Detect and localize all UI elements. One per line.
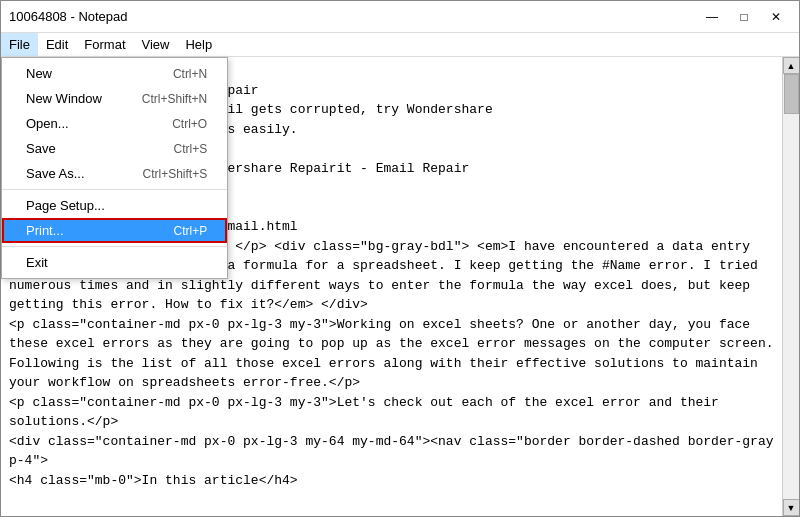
file-dropdown-overlay: New Ctrl+N New Window Ctrl+Shift+N Open.… <box>1 57 228 279</box>
menu-item-save[interactable]: Save Ctrl+S <box>2 136 227 161</box>
menu-item-page-setup[interactable]: Page Setup... <box>2 193 227 218</box>
file-dropdown: New Ctrl+N New Window Ctrl+Shift+N Open.… <box>1 57 228 279</box>
window-title: 10064808 - Notepad <box>9 9 128 24</box>
scrollbar-down-button[interactable]: ▼ <box>783 499 800 516</box>
minimize-button[interactable]: — <box>697 7 727 27</box>
maximize-button[interactable]: □ <box>729 7 759 27</box>
menu-item-save-as-shortcut: Ctrl+Shift+S <box>143 167 208 181</box>
menu-item-new-window-label: New Window <box>26 91 102 106</box>
menu-help[interactable]: Help <box>177 33 220 56</box>
menu-item-new-window-shortcut: Ctrl+Shift+N <box>142 92 207 106</box>
menu-item-new-label: New <box>26 66 52 81</box>
scrollbar: ▲ ▼ <box>782 57 799 516</box>
menu-item-save-shortcut: Ctrl+S <box>174 142 208 156</box>
menu-item-save-as[interactable]: Save As... Ctrl+Shift+S <box>2 161 227 186</box>
scrollbar-up-button[interactable]: ▲ <box>783 57 800 74</box>
menu-item-exit-label: Exit <box>26 255 48 270</box>
window-controls: — □ ✕ <box>697 7 791 27</box>
menu-item-new-shortcut: Ctrl+N <box>173 67 207 81</box>
close-button[interactable]: ✕ <box>761 7 791 27</box>
menu-item-page-setup-label: Page Setup... <box>26 198 105 213</box>
scrollbar-track[interactable] <box>783 74 799 499</box>
separator-1 <box>2 189 227 190</box>
scrollbar-thumb[interactable] <box>784 74 799 114</box>
title-bar: 10064808 - Notepad — □ ✕ <box>1 1 799 33</box>
menu-file[interactable]: File <box>1 33 38 56</box>
menu-item-open[interactable]: Open... Ctrl+O <box>2 111 227 136</box>
menu-format[interactable]: Format <box>76 33 133 56</box>
menu-item-open-shortcut: Ctrl+O <box>172 117 207 131</box>
menu-bar: File Edit Format View Help New Ctrl+N Ne… <box>1 33 799 57</box>
menu-item-new-window[interactable]: New Window Ctrl+Shift+N <box>2 86 227 111</box>
menu-item-print[interactable]: Print... Ctrl+P <box>2 218 227 243</box>
menu-item-open-label: Open... <box>26 116 69 131</box>
menu-item-print-shortcut: Ctrl+P <box>174 224 208 238</box>
menu-item-exit[interactable]: Exit <box>2 250 227 275</box>
menu-view[interactable]: View <box>134 33 178 56</box>
menu-edit[interactable]: Edit <box>38 33 76 56</box>
menu-item-new[interactable]: New Ctrl+N <box>2 61 227 86</box>
separator-2 <box>2 246 227 247</box>
menu-item-print-label: Print... <box>26 223 64 238</box>
main-window: 10064808 - Notepad — □ ✕ File Edit Forma… <box>0 0 800 517</box>
menu-item-save-as-label: Save As... <box>26 166 85 181</box>
menu-item-save-label: Save <box>26 141 56 156</box>
